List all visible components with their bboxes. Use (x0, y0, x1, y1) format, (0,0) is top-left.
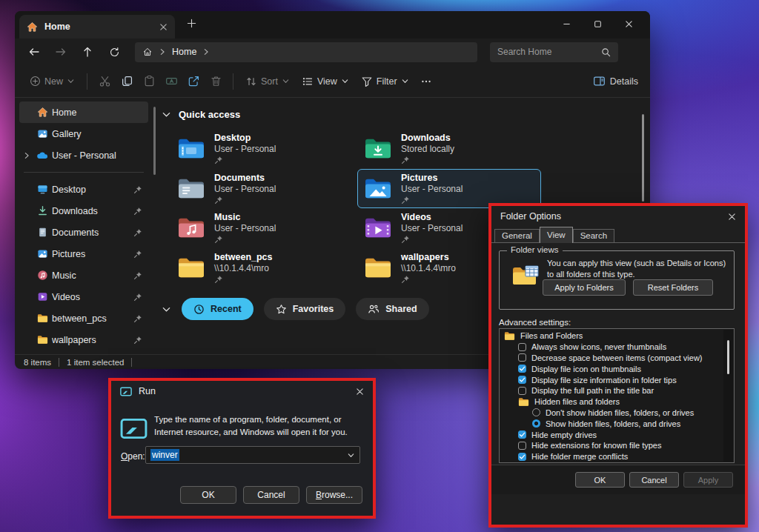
setting-display-file-icon-on-thumbnails[interactable]: Display file icon on thumbnails (500, 363, 734, 374)
view-button[interactable]: View (296, 72, 355, 91)
tab-close-icon[interactable] (159, 23, 168, 31)
reset-folders-button[interactable]: Reset Folders (633, 279, 713, 296)
tile-documents[interactable]: DocumentsUser - Personal (170, 169, 354, 209)
sidebar-item-documents[interactable]: Documents (19, 222, 148, 243)
chevron-right-icon[interactable] (21, 152, 33, 159)
tile-downloads[interactable]: DownloadsStored locally (357, 129, 541, 169)
breadcrumb[interactable]: Home (135, 42, 477, 62)
apply-button[interactable]: Apply (683, 472, 733, 488)
new-tab-button[interactable] (187, 19, 196, 28)
tab-general[interactable]: General (494, 229, 540, 243)
tab-search[interactable]: Search (573, 229, 614, 243)
setting-don-t-show-hidden-files-folders-or-drives[interactable]: Don't show hidden files, folders, or dri… (500, 408, 734, 419)
tile-desktop[interactable]: DesktopUser - Personal (170, 129, 354, 169)
cancel-button[interactable]: Cancel (243, 486, 299, 504)
setting-display-file-size-information-in-folder-tips[interactable]: Display file size information in folder … (500, 374, 734, 385)
minimize-button[interactable] (551, 11, 582, 36)
ok-button[interactable]: OK (180, 486, 236, 504)
checkbox[interactable] (518, 365, 526, 373)
close-icon[interactable] (356, 388, 364, 396)
radio-button[interactable] (532, 408, 540, 416)
checkbox[interactable] (518, 353, 526, 362)
close-icon[interactable] (728, 213, 736, 221)
setting-display-the-full-path-in-the-title-bar[interactable]: Display the full path in the title bar (500, 385, 734, 396)
sidebar-item-wallpapers[interactable]: wallpapers (19, 329, 148, 350)
setting-hide-folder-merge-conflicts[interactable]: Hide folder merge conflicts (500, 451, 734, 462)
sidebar-item-downloads[interactable]: Downloads (19, 200, 148, 222)
chevron-down-icon (67, 77, 75, 85)
maximize-button[interactable] (582, 11, 613, 36)
rename-button[interactable] (160, 70, 182, 93)
sidebar-item-home[interactable]: Home (19, 102, 148, 123)
radio-button[interactable] (532, 419, 540, 428)
pivot-favorites[interactable]: Favorites (264, 298, 346, 320)
delete-button[interactable] (205, 70, 227, 93)
advanced-settings-label: Advanced settings: (499, 318, 571, 327)
filter-button[interactable]: Filter (355, 72, 415, 91)
tile-pictures[interactable]: PicturesUser - Personal (357, 169, 541, 209)
setting-always-show-icons-never-thumbnails[interactable]: Always show icons, never thumbnails (500, 342, 734, 353)
tab-home[interactable]: Home (19, 15, 175, 39)
ok-button[interactable]: OK (575, 472, 625, 488)
filter-icon (361, 76, 373, 87)
tile-between-pcs[interactable]: between_pcs\\10.1.4.4\mro (170, 248, 354, 288)
content-scrollbar[interactable] (642, 114, 644, 202)
forward-button[interactable] (49, 41, 73, 62)
tab-view[interactable]: View (540, 227, 573, 243)
tab-title: Home (44, 21, 153, 32)
browse-button[interactable]: Browse... (306, 486, 362, 504)
advanced-scrollbar[interactable] (723, 330, 733, 462)
pin-icon (133, 185, 144, 194)
back-button[interactable] (22, 41, 46, 62)
sidebar-item-music[interactable]: Music (19, 265, 148, 286)
checkbox[interactable] (518, 453, 526, 461)
setting-hide-extensions-for-known-file-types[interactable]: Hide extensions for known file types (500, 440, 734, 451)
tile-music[interactable]: MusicUser - Personal (170, 208, 354, 248)
documents-folder-icon (177, 177, 205, 200)
pivot-shared[interactable]: Shared (356, 298, 428, 320)
checkbox[interactable] (518, 376, 526, 384)
sidebar-list-pinned: DesktopDownloadsDocumentsPicturesMusicVi… (19, 179, 148, 350)
new-button[interactable]: New (24, 72, 81, 90)
run-program-icon (120, 418, 148, 439)
chevron-down-icon[interactable] (162, 305, 171, 314)
sidebar-item-pictures[interactable]: Pictures (19, 243, 148, 265)
checkbox[interactable] (518, 387, 526, 395)
folder-icon (36, 313, 49, 323)
view-icon (302, 76, 314, 87)
chevron-down-icon[interactable] (162, 110, 171, 119)
sidebar-item-desktop[interactable]: Desktop (19, 179, 148, 200)
sidebar-item-between-pcs[interactable]: between_pcs (19, 307, 148, 329)
refresh-button[interactable] (102, 41, 126, 62)
pivot-recent[interactable]: Recent (182, 298, 253, 320)
checkbox[interactable] (518, 442, 526, 450)
gallery-icon (36, 128, 49, 139)
details-button[interactable]: Details (593, 75, 641, 87)
search-input[interactable]: Search Home (490, 42, 618, 62)
sort-button[interactable]: Sort (239, 72, 296, 91)
setting-hide-empty-drives[interactable]: Hide empty drives (500, 429, 734, 440)
folder-options-tabs: GeneralViewSearch (491, 227, 745, 243)
up-button[interactable] (76, 41, 99, 62)
folder-icon (36, 335, 49, 345)
setting-decrease-space-between-items-compact-view[interactable]: Decrease space between items (compact vi… (500, 353, 734, 364)
paste-button[interactable] (138, 70, 160, 93)
chevron-down-icon[interactable] (347, 451, 355, 459)
close-button[interactable] (613, 11, 644, 36)
share-button[interactable] (182, 70, 205, 93)
breadcrumb-item-home[interactable]: Home (172, 47, 196, 57)
checkbox[interactable] (518, 430, 526, 439)
copy-button[interactable] (116, 70, 138, 93)
setting-show-hidden-files-folders-and-drives[interactable]: Show hidden files, folders, and drives (500, 418, 734, 429)
sidebar-item-videos[interactable]: Videos (19, 286, 148, 307)
cancel-button[interactable]: Cancel (629, 472, 679, 488)
videos-icon (36, 291, 49, 302)
sidebar-item-gallery[interactable]: Gallery (19, 123, 148, 144)
open-combobox[interactable]: winver (145, 446, 360, 464)
sidebar-item-user-personal[interactable]: User - Personal (19, 144, 148, 166)
see-more-button[interactable] (415, 70, 437, 93)
checkbox[interactable] (518, 343, 526, 351)
cut-button[interactable] (93, 70, 116, 93)
apply-to-folders-button[interactable]: Apply to Folders (543, 279, 626, 296)
open-input-value[interactable]: winver (150, 449, 179, 461)
